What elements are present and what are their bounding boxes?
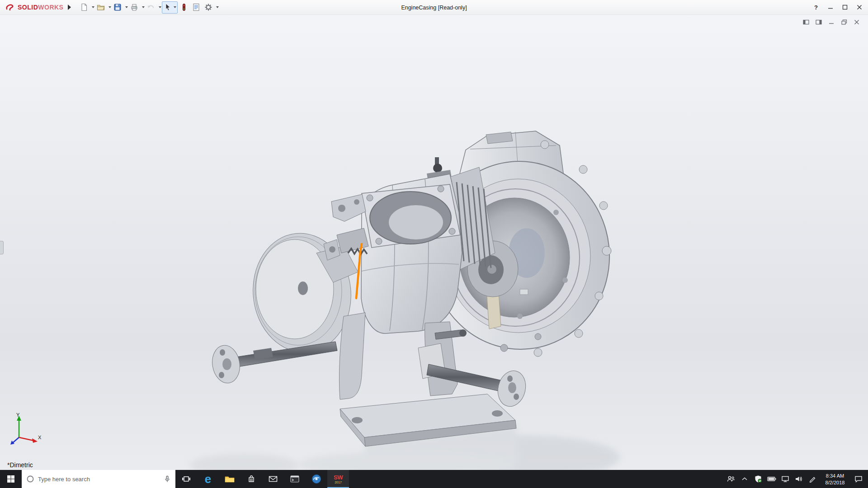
- chevron-up-icon: [741, 477, 748, 481]
- store-button[interactable]: [241, 470, 262, 488]
- minimize-button[interactable]: [824, 1, 837, 13]
- undo-dropdown-arrow[interactable]: [159, 6, 161, 8]
- open-button[interactable]: [95, 1, 107, 14]
- action-center-button[interactable]: [851, 470, 866, 488]
- select-button[interactable]: [162, 1, 178, 14]
- save-dropdown-arrow[interactable]: [125, 6, 128, 8]
- save-button[interactable]: [112, 1, 123, 14]
- document-window-controls: [802, 19, 861, 26]
- triad-y-axis: Y: [16, 412, 21, 437]
- cortana-icon: [26, 475, 34, 483]
- windows-logo-icon: [7, 475, 15, 483]
- undo-button[interactable]: [145, 1, 157, 14]
- mail-button[interactable]: [262, 470, 284, 488]
- solidworks-logo: SOLIDWORKS: [2, 3, 67, 11]
- pen-icon: [809, 475, 816, 483]
- window-controls: ?: [809, 1, 866, 13]
- volume-button[interactable]: [792, 470, 806, 488]
- blue-app-button[interactable]: [306, 470, 327, 488]
- menu-flyout-arrow[interactable]: [68, 5, 71, 10]
- orientation-triad[interactable]: Y X: [5, 411, 43, 449]
- taskbar-search[interactable]: [22, 470, 175, 488]
- engine-casing-model[interactable]: [0, 15, 868, 470]
- people-icon: [726, 475, 736, 483]
- options-dropdown-arrow[interactable]: [216, 6, 219, 8]
- doc-minimize-icon[interactable]: [827, 19, 835, 26]
- solidworks-2017-icon: SW 2017: [334, 474, 343, 484]
- new-dropdown-arrow[interactable]: [92, 6, 94, 8]
- maximize-button[interactable]: [838, 1, 852, 13]
- mail-icon: [269, 475, 278, 483]
- edge-icon: e: [205, 473, 211, 485]
- save-icon: [113, 3, 122, 12]
- task-view-icon: [182, 474, 191, 483]
- network-icon: [781, 475, 789, 483]
- people-button[interactable]: [724, 470, 738, 488]
- command-prompt-button[interactable]: [284, 470, 306, 488]
- start-button[interactable]: [0, 470, 22, 488]
- maximize-icon: [842, 5, 848, 10]
- new-document-icon: [80, 3, 89, 12]
- close-icon: [857, 5, 862, 10]
- file-properties-button[interactable]: [190, 1, 202, 14]
- edge-button[interactable]: e: [197, 470, 219, 488]
- triad-y-label: Y: [16, 412, 20, 418]
- doc-restore-icon[interactable]: [840, 19, 848, 26]
- system-tray: 8:34 AM 8/2/2018: [724, 470, 868, 488]
- print-dropdown-arrow[interactable]: [142, 6, 145, 8]
- microphone-icon[interactable]: [164, 475, 171, 483]
- quick-access-toolbar: [78, 1, 219, 14]
- search-input[interactable]: [38, 476, 160, 483]
- rebuild-icon: [179, 3, 189, 12]
- pane-left-icon[interactable]: [802, 19, 810, 26]
- blue-app-icon: [311, 474, 321, 484]
- clock-date: 8/2/2018: [819, 479, 851, 486]
- triad-x-label: X: [38, 435, 42, 440]
- triad-z-axis: [10, 437, 19, 445]
- clock-time: 8:34 AM: [819, 473, 851, 479]
- file-properties-icon: [192, 3, 201, 12]
- volume-icon: [795, 475, 803, 483]
- help-button[interactable]: ?: [809, 1, 823, 13]
- titlebar: SOLIDWORKS: [0, 0, 868, 15]
- action-center-icon: [854, 475, 863, 483]
- battery-button[interactable]: [765, 470, 778, 488]
- hidden-icons-button[interactable]: [738, 470, 751, 488]
- options-button[interactable]: [203, 1, 214, 14]
- open-dropdown-arrow[interactable]: [108, 6, 111, 8]
- undo-icon: [146, 3, 156, 12]
- solidworks-window: SOLIDWORKS: [0, 0, 868, 488]
- network-button[interactable]: [778, 470, 792, 488]
- solidworks-2017-button[interactable]: SW 2017: [327, 470, 349, 488]
- rebuild-button[interactable]: [178, 1, 190, 14]
- taskbar-clock[interactable]: 8:34 AM 8/2/2018: [819, 470, 851, 488]
- defender-button[interactable]: [751, 470, 765, 488]
- pane-right-icon[interactable]: [815, 19, 823, 26]
- close-button[interactable]: [853, 1, 866, 13]
- view-orientation-label: *Dimetric: [7, 461, 33, 469]
- graphics-area[interactable]: Y X *Dimetric: [0, 15, 868, 470]
- file-explorer-icon: [225, 475, 235, 483]
- dassault-logo-icon: [5, 3, 15, 11]
- open-icon: [96, 3, 105, 12]
- file-explorer-button[interactable]: [219, 470, 241, 488]
- task-view-button[interactable]: [175, 470, 197, 488]
- store-icon: [247, 475, 255, 483]
- select-dropdown-arrow[interactable]: [174, 6, 176, 8]
- doc-close-icon[interactable]: [853, 19, 861, 26]
- battery-icon: [767, 476, 776, 482]
- print-button[interactable]: [128, 1, 140, 14]
- windows-taskbar: e: [0, 470, 868, 488]
- brand-text: SOLIDWORKS: [18, 3, 63, 11]
- print-icon: [130, 3, 139, 12]
- minimize-icon: [828, 5, 833, 10]
- new-document-button[interactable]: [78, 1, 90, 14]
- select-cursor-icon: [163, 3, 172, 12]
- command-prompt-icon: [290, 475, 299, 483]
- options-gear-icon: [204, 3, 213, 12]
- triad-x-axis: X: [19, 435, 42, 443]
- defender-shield-icon: [754, 475, 762, 483]
- pen-button[interactable]: [806, 470, 819, 488]
